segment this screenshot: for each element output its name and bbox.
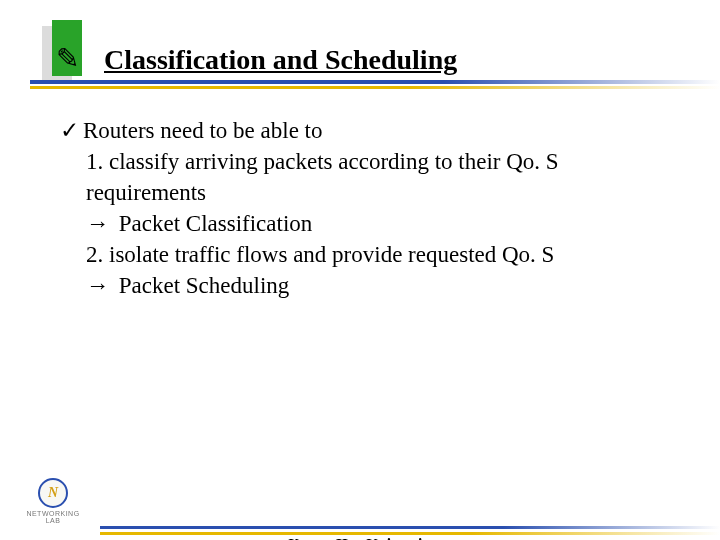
bullet-item-2: 2. isolate traffic flows and provide req… — [60, 239, 680, 270]
footer-underline-bars — [100, 526, 720, 535]
lead-text: Routers need to be able to — [83, 118, 323, 143]
writing-hand-icon: ✎ — [56, 42, 79, 75]
slide-header: ✎ Classification and Scheduling — [0, 0, 720, 95]
slide-body: ✓Routers need to be able to 1. classify … — [0, 95, 720, 301]
arrow-icon: → — [86, 272, 109, 298]
logo-badge-icon: N — [38, 478, 68, 508]
result-1-text: Packet Classification — [119, 211, 313, 236]
bullet-result-1: → Packet Classification — [60, 208, 680, 239]
bullet-lead: ✓Routers need to be able to — [60, 115, 680, 146]
bullet-item-1: 1. classify arriving packets according t… — [60, 146, 680, 208]
arrow-icon: → — [86, 210, 109, 236]
title-underline-bars — [30, 80, 720, 89]
lab-logo: N NETWORKING LAB — [18, 478, 88, 524]
logo-label: NETWORKING LAB — [18, 510, 88, 524]
slide-title: Classification and Scheduling — [104, 44, 457, 76]
bullet-result-2: → Packet Scheduling — [60, 270, 680, 301]
footer-university: Kyung Hee University — [0, 536, 720, 540]
result-2-text: Packet Scheduling — [119, 273, 290, 298]
checkmark-icon: ✓ — [60, 117, 79, 143]
